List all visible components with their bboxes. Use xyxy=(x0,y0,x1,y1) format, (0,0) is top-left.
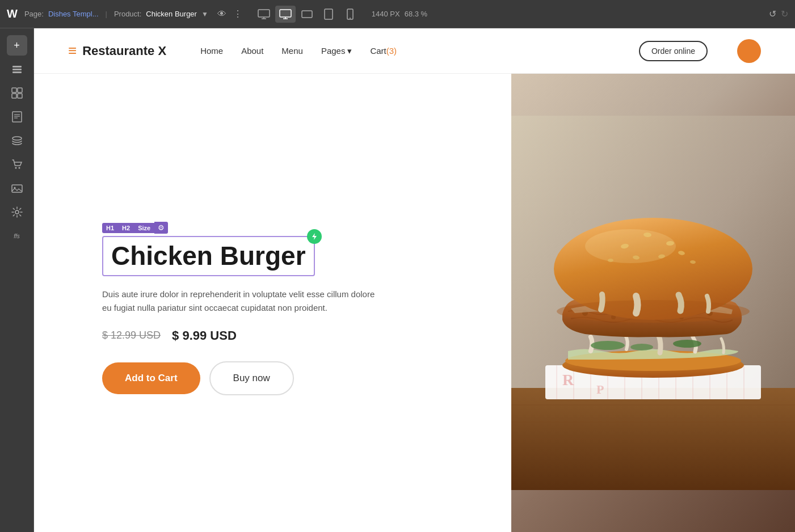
order-online-btn[interactable]: Order online xyxy=(639,41,708,61)
sale-price: $ 9.99 USD xyxy=(172,328,237,343)
product-image-area: R P xyxy=(511,74,795,532)
toolbar-product-label: Product: xyxy=(114,10,141,18)
svg-point-72 xyxy=(557,300,750,323)
heading-size-tag[interactable]: Size xyxy=(134,223,154,233)
nav-home[interactable]: Home xyxy=(200,46,223,56)
device-mobile-btn[interactable] xyxy=(340,6,360,23)
sidebar-image-icon[interactable] xyxy=(7,178,27,199)
product-pricing: $ 12.99 USD $ 9.99 USD xyxy=(102,328,477,343)
site-logo: ≡ Restaurante X xyxy=(68,42,166,60)
svg-point-50 xyxy=(591,341,625,350)
lightning-badge xyxy=(307,229,322,244)
svg-point-21 xyxy=(12,137,22,140)
toolbar-product-name[interactable]: Chicken Burger xyxy=(146,10,197,18)
toolbar-undo-btn[interactable]: ↺ xyxy=(769,9,776,19)
nav-menu[interactable]: Menu xyxy=(281,46,303,56)
nav-pages-label: Pages xyxy=(321,46,346,56)
toolbar-logo: W xyxy=(7,7,18,20)
svg-point-52 xyxy=(630,344,653,351)
svg-point-26 xyxy=(15,210,19,214)
product-title-wrapper: Chicken Burger xyxy=(102,236,477,276)
svg-rect-14 xyxy=(18,88,22,92)
buy-now-button[interactable]: Buy now xyxy=(209,361,294,395)
chevron-down-icon: ▾ xyxy=(347,46,352,56)
svg-text:R: R xyxy=(562,371,574,389)
sidebar-cart-icon[interactable] xyxy=(7,154,27,175)
svg-rect-3 xyxy=(280,10,291,17)
heading-controls: H1 H2 Size ⚙ xyxy=(102,222,477,234)
svg-rect-11 xyxy=(12,69,22,70)
svg-rect-10 xyxy=(12,66,22,67)
product-description: Duis aute irure dolor in reprehenderit i… xyxy=(102,288,386,315)
svg-rect-6 xyxy=(302,11,312,18)
nav-cart[interactable]: Cart(3) xyxy=(370,46,397,56)
device-desktop-btn[interactable] xyxy=(254,6,274,23)
svg-rect-17 xyxy=(12,112,22,122)
toolbar-zoom-value: 68.3 % xyxy=(405,10,427,18)
add-to-cart-button[interactable]: Add to Cart xyxy=(102,362,200,394)
svg-text:P: P xyxy=(596,382,604,396)
sidebar-settings-icon[interactable] xyxy=(7,202,27,222)
sidebar-add-icon[interactable]: + xyxy=(7,35,27,56)
toolbar-separator: | xyxy=(106,10,107,18)
toolbar: W Page: Dishes Templ... | Product: Chick… xyxy=(0,0,795,28)
product-section: H1 H2 Size ⚙ Chicken Burger xyxy=(34,74,795,532)
product-title[interactable]: Chicken Burger xyxy=(111,242,306,271)
svg-rect-7 xyxy=(325,9,333,19)
nav-pages[interactable]: Pages ▾ xyxy=(321,46,352,56)
svg-rect-16 xyxy=(18,94,22,98)
sidebar-fonts-icon[interactable]: ffs xyxy=(7,226,27,246)
toolbar-redo-btn[interactable]: ↻ xyxy=(781,9,788,19)
svg-rect-12 xyxy=(12,71,22,73)
product-actions: Add to Cart Buy now xyxy=(102,361,477,395)
nav-cart-close-paren: ) xyxy=(394,46,397,56)
toolbar-devices xyxy=(254,6,360,23)
toolbar-more-icon[interactable]: ⋮ xyxy=(233,9,242,19)
product-left: H1 H2 Size ⚙ Chicken Burger xyxy=(34,74,511,532)
svg-rect-0 xyxy=(258,10,270,17)
main-layout: + ffs ≡ Restaurant xyxy=(0,28,795,532)
device-tablet-landscape-btn[interactable] xyxy=(297,6,317,23)
svg-point-22 xyxy=(15,167,16,169)
svg-point-9 xyxy=(350,18,351,19)
nav-links: Home About Menu Pages ▾ Cart(3) xyxy=(200,46,397,56)
canvas-area: ≡ Restaurante X Home About Menu Pages ▾ … xyxy=(34,28,795,532)
svg-rect-13 xyxy=(12,88,16,92)
toolbar-dropdown-icon[interactable]: ▼ xyxy=(201,10,208,18)
burger-svg: R P xyxy=(511,74,795,532)
heading-h2-tag[interactable]: H2 xyxy=(118,223,134,233)
svg-rect-15 xyxy=(12,94,16,98)
left-sidebar: + ffs xyxy=(0,28,34,532)
sidebar-layers-icon[interactable] xyxy=(7,59,27,79)
original-price: $ 12.99 USD xyxy=(102,330,161,341)
device-laptop-btn[interactable] xyxy=(275,6,296,23)
website-preview: ≡ Restaurante X Home About Menu Pages ▾ … xyxy=(34,28,795,532)
sidebar-layout-icon[interactable] xyxy=(7,83,27,103)
logo-text: Restaurante X xyxy=(82,44,166,58)
device-tablet-btn[interactable] xyxy=(318,6,339,23)
toolbar-page-label: Page: xyxy=(24,10,44,18)
nav-cart-number: 3 xyxy=(389,46,394,56)
sidebar-pages-icon[interactable] xyxy=(7,107,27,127)
heading-gear-icon[interactable]: ⚙ xyxy=(154,222,168,234)
nav-cart-label: Cart xyxy=(370,46,386,56)
logo-icon: ≡ xyxy=(68,42,77,60)
svg-point-51 xyxy=(673,340,701,348)
nav-profile-circle xyxy=(737,39,761,63)
nav-about[interactable]: About xyxy=(241,46,263,56)
toolbar-page-name[interactable]: Dishes Templ... xyxy=(48,10,99,18)
heading-h1-tag[interactable]: H1 xyxy=(102,223,118,233)
sidebar-stack-icon[interactable] xyxy=(7,130,27,151)
product-title-border: Chicken Burger xyxy=(102,236,315,276)
site-nav: ≡ Restaurante X Home About Menu Pages ▾ … xyxy=(34,28,795,74)
toolbar-eye-icon[interactable]: 👁 xyxy=(217,9,226,19)
svg-rect-24 xyxy=(12,185,22,192)
toolbar-px-value: 1440 PX xyxy=(372,10,400,18)
svg-point-23 xyxy=(18,167,20,169)
product-image: R P xyxy=(511,74,795,532)
